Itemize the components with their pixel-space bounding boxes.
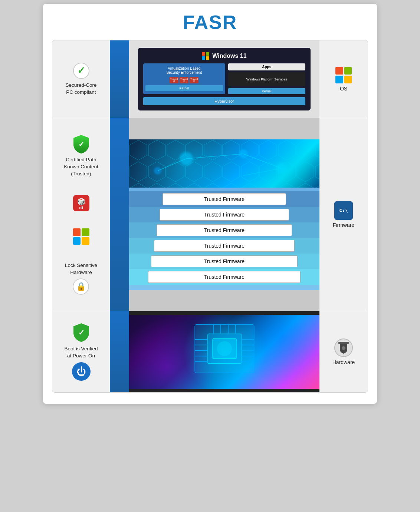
trusted-box-1: Trusted#1 <box>170 77 178 83</box>
circuit-image <box>129 139 319 188</box>
shield-green-hw-icon: ✓ <box>73 323 90 343</box>
win11-right: Apps Windows Platform Services Kernel <box>228 63 306 94</box>
win11-vbs: Virtualization BasedSecurity Enforcement… <box>143 63 225 94</box>
svg-text:✓: ✓ <box>78 140 84 148</box>
os-right-text: OS <box>340 86 347 92</box>
hardware-right-text: Hardware <box>332 359 355 365</box>
os-section: ✓ Secured-Core PC compliant Windows 11 <box>52 40 368 118</box>
blue-bar-fw <box>110 118 129 311</box>
page-title: FASR <box>52 11 368 33</box>
certified-group: ✓ Certified Path Known Content (Trusted) <box>64 134 98 178</box>
os-label-text: Secured-Core PC compliant <box>65 82 96 96</box>
win11-kernel-right: Kernel <box>228 88 306 94</box>
os-right-label: OS <box>319 40 368 118</box>
firmware-right-label: C:\ Firmware <box>319 118 368 311</box>
lock-icon: 🔒 <box>73 278 89 295</box>
win11-vbs-title: Virtualization BasedSecurity Enforcement <box>145 66 223 75</box>
hardware-section: ✓ Boot is Verified at Power On ⏻ <box>52 311 368 392</box>
trusted-box-3: Trusted#1 <box>190 77 198 83</box>
win11-body: Virtualization BasedSecurity Enforcement… <box>143 63 305 94</box>
fw-layer-6: Trusted Firmware <box>129 269 319 285</box>
svg-line-10 <box>243 168 282 176</box>
firmware-center: Trusted Firmware Trusted Firmware Truste… <box>129 118 319 311</box>
chip-image <box>129 315 319 389</box>
lock-group: Lock Sensitive Hardware 🔒 <box>65 262 97 295</box>
svg-line-9 <box>158 159 186 171</box>
power-icon: ⏻ <box>72 362 91 381</box>
hardware-right-label: Hardware <box>319 311 368 392</box>
certified-label: Certified Path Known Content (Trusted) <box>64 156 98 178</box>
fw-layer-5: Trusted Firmware <box>129 254 319 269</box>
fw-layer-1: Trusted Firmware <box>129 191 319 207</box>
win11-title-row: Windows 11 <box>143 52 305 60</box>
hardware-left-label: ✓ Boot is Verified at Power On ⏻ <box>52 311 110 392</box>
blue-bar-hw <box>110 311 129 392</box>
win11-apps: Apps <box>228 63 306 70</box>
fw-box-4: Trusted Firmware <box>154 240 295 252</box>
lock-label: Lock Sensitive Hardware <box>65 262 97 276</box>
svg-point-29 <box>217 341 232 356</box>
fw-box-5: Trusted Firmware <box>151 255 298 267</box>
fw-box-6: Trusted Firmware <box>148 271 300 283</box>
win11-kernel-left: Kernel <box>145 85 223 91</box>
firmware-section: ✓ Certified Path Known Content (Trusted)… <box>52 118 368 311</box>
page-container: FASR ✓ Secured-Core PC compliant <box>43 4 377 404</box>
fw-box-2: Trusted Firmware <box>160 209 289 221</box>
fw-box-3: Trusted Firmware <box>157 224 292 236</box>
efi-icon: 🎲 <box>73 195 89 211</box>
win11-trusted-row: Trusted#1 Trusted#1 Trusted#1 <box>145 77 223 83</box>
firmware-right-text: Firmware <box>333 222 354 228</box>
pcb-svg <box>173 317 276 380</box>
diagram: ✓ Secured-Core PC compliant Windows 11 <box>52 40 368 393</box>
svg-line-8 <box>243 154 282 168</box>
cmd-icon: C:\ <box>334 201 353 220</box>
glow-nodes <box>129 139 319 188</box>
firmware-layers: Trusted Firmware Trusted Firmware Truste… <box>129 188 319 290</box>
fw-layer-3: Trusted Firmware <box>129 222 319 238</box>
hardware-label-text: Boot is Verified at Power On <box>64 346 98 360</box>
windows11-box: Windows 11 Virtualization BasedSecurity … <box>138 48 311 110</box>
firmware-left-label: ✓ Certified Path Known Content (Trusted)… <box>52 118 110 311</box>
svg-point-5 <box>276 163 287 174</box>
fw-layer-4: Trusted Firmware <box>129 238 319 254</box>
efi-group: 🎲 <box>73 195 89 211</box>
trusted-box-2: Trusted#1 <box>180 77 188 83</box>
os-center: Windows 11 Virtualization BasedSecurity … <box>129 40 319 118</box>
windows-logo-fw <box>73 228 89 245</box>
svg-point-31 <box>342 346 345 350</box>
check-icon: ✓ <box>73 63 89 79</box>
winlogo-group <box>73 228 89 245</box>
fw-layer-2: Trusted Firmware <box>129 207 319 222</box>
hardware-center <box>129 311 319 392</box>
windows-logo-large <box>335 67 352 83</box>
svg-text:✓: ✓ <box>78 328 84 337</box>
os-left-label: ✓ Secured-Core PC compliant <box>52 40 110 118</box>
blue-bar-os <box>110 40 129 118</box>
svg-rect-30 <box>338 342 349 344</box>
shield-green-icon: ✓ <box>73 134 90 154</box>
hardware-shield-icon <box>334 338 353 357</box>
win11-hypervisor: Hypervisor <box>143 97 305 105</box>
win11-wps: Windows Platform Services <box>228 72 306 86</box>
windows-logo-small <box>202 52 209 60</box>
fw-box-1: Trusted Firmware <box>163 193 286 205</box>
svg-line-7 <box>186 154 243 159</box>
win11-title: Windows 11 <box>212 53 246 59</box>
